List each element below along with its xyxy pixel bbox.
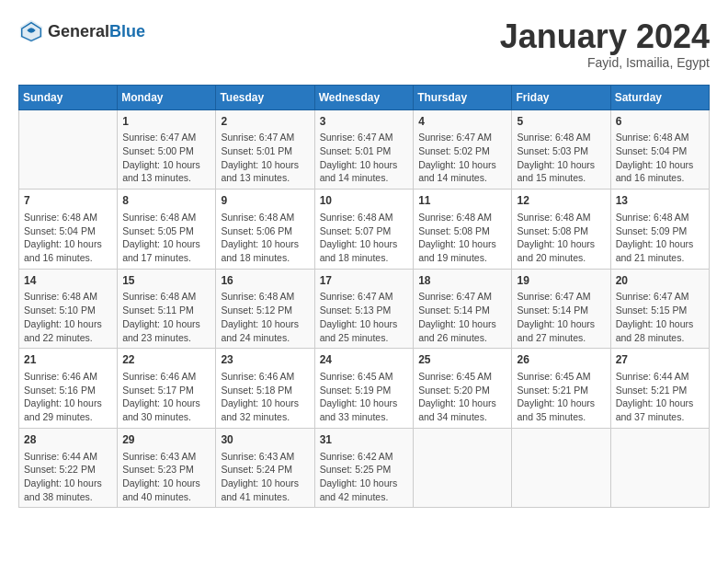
calendar-cell: 4Sunrise: 6:47 AM Sunset: 5:02 PM Daylig… (414, 109, 512, 190)
cell-content: Sunrise: 6:47 AM Sunset: 5:13 PM Dayligh… (320, 290, 409, 344)
cell-content: Sunrise: 6:42 AM Sunset: 5:25 PM Dayligh… (320, 450, 409, 504)
cell-content: Sunrise: 6:47 AM Sunset: 5:01 PM Dayligh… (320, 131, 409, 185)
calendar-cell: 14Sunrise: 6:48 AM Sunset: 5:10 PM Dayli… (19, 269, 118, 349)
cell-content: Sunrise: 6:43 AM Sunset: 5:24 PM Dayligh… (221, 450, 309, 504)
cell-content: Sunrise: 6:46 AM Sunset: 5:17 PM Dayligh… (122, 370, 210, 424)
cell-content: Sunrise: 6:48 AM Sunset: 5:08 PM Dayligh… (418, 211, 506, 265)
calendar-cell (414, 428, 512, 508)
calendar-cell (19, 109, 118, 190)
logo-blue-text: Blue (109, 22, 145, 40)
day-number: 5 (517, 114, 605, 130)
day-number: 4 (418, 114, 506, 130)
day-number: 12 (517, 193, 605, 209)
day-number: 11 (418, 193, 506, 209)
col-header-friday: Friday (512, 85, 610, 109)
day-number: 27 (616, 352, 704, 368)
calendar-cell: 13Sunrise: 6:48 AM Sunset: 5:09 PM Dayli… (610, 190, 709, 270)
col-header-tuesday: Tuesday (216, 85, 314, 109)
calendar-table: SundayMondayTuesdayWednesdayThursdayFrid… (18, 85, 710, 509)
cell-content: Sunrise: 6:48 AM Sunset: 5:03 PM Dayligh… (517, 131, 605, 185)
cell-content: Sunrise: 6:45 AM Sunset: 5:20 PM Dayligh… (418, 370, 506, 424)
day-number: 15 (122, 273, 210, 289)
day-number: 19 (517, 273, 605, 289)
cell-content: Sunrise: 6:48 AM Sunset: 5:04 PM Dayligh… (616, 131, 704, 185)
col-header-wednesday: Wednesday (314, 85, 414, 109)
calendar-cell: 6Sunrise: 6:48 AM Sunset: 5:04 PM Daylig… (610, 109, 709, 190)
day-number: 1 (122, 114, 210, 130)
calendar-cell: 2Sunrise: 6:47 AM Sunset: 5:01 PM Daylig… (216, 109, 314, 190)
cell-content: Sunrise: 6:48 AM Sunset: 5:06 PM Dayligh… (221, 211, 309, 265)
day-number: 21 (24, 352, 112, 368)
col-header-thursday: Thursday (414, 85, 512, 109)
cell-content: Sunrise: 6:47 AM Sunset: 5:14 PM Dayligh… (418, 290, 506, 344)
cell-content: Sunrise: 6:48 AM Sunset: 5:04 PM Dayligh… (24, 211, 112, 265)
day-number: 18 (418, 273, 506, 289)
cell-content: Sunrise: 6:47 AM Sunset: 5:02 PM Dayligh… (418, 131, 506, 185)
day-number: 28 (24, 432, 112, 448)
calendar-cell: 15Sunrise: 6:48 AM Sunset: 5:11 PM Dayli… (118, 269, 216, 349)
day-number: 24 (320, 352, 409, 368)
day-number: 7 (24, 193, 112, 209)
calendar-cell: 10Sunrise: 6:48 AM Sunset: 5:07 PM Dayli… (314, 190, 414, 270)
cell-content: Sunrise: 6:47 AM Sunset: 5:01 PM Dayligh… (221, 131, 309, 185)
calendar-cell: 17Sunrise: 6:47 AM Sunset: 5:13 PM Dayli… (314, 269, 414, 349)
day-number: 23 (221, 352, 309, 368)
cell-content: Sunrise: 6:43 AM Sunset: 5:23 PM Dayligh… (122, 450, 210, 504)
week-row-4: 21Sunrise: 6:46 AM Sunset: 5:16 PM Dayli… (19, 349, 710, 429)
calendar-cell: 28Sunrise: 6:44 AM Sunset: 5:22 PM Dayli… (19, 428, 118, 508)
logo-general-text: General (48, 22, 109, 40)
calendar-cell: 3Sunrise: 6:47 AM Sunset: 5:01 PM Daylig… (314, 109, 414, 190)
week-row-2: 7Sunrise: 6:48 AM Sunset: 5:04 PM Daylig… (19, 190, 710, 270)
calendar-cell: 26Sunrise: 6:45 AM Sunset: 5:21 PM Dayli… (512, 349, 610, 429)
calendar-cell: 29Sunrise: 6:43 AM Sunset: 5:23 PM Dayli… (118, 428, 216, 508)
cell-content: Sunrise: 6:48 AM Sunset: 5:07 PM Dayligh… (320, 211, 409, 265)
col-header-sunday: Sunday (19, 85, 118, 109)
cell-content: Sunrise: 6:48 AM Sunset: 5:12 PM Dayligh… (221, 290, 309, 344)
calendar-cell: 8Sunrise: 6:48 AM Sunset: 5:05 PM Daylig… (118, 190, 216, 270)
day-number: 30 (221, 432, 309, 448)
calendar-cell: 23Sunrise: 6:46 AM Sunset: 5:18 PM Dayli… (216, 349, 314, 429)
week-row-1: 1Sunrise: 6:47 AM Sunset: 5:00 PM Daylig… (19, 109, 710, 190)
day-number: 2 (221, 114, 309, 130)
calendar-cell (512, 428, 610, 508)
day-number: 8 (122, 193, 210, 209)
page-header: GeneralBlue January 2024 Fayid, Ismailia… (18, 18, 710, 70)
logo: GeneralBlue (18, 18, 145, 44)
calendar-cell: 18Sunrise: 6:47 AM Sunset: 5:14 PM Dayli… (414, 269, 512, 349)
day-number: 22 (122, 352, 210, 368)
day-number: 10 (320, 193, 409, 209)
col-header-monday: Monday (118, 85, 216, 109)
cell-content: Sunrise: 6:46 AM Sunset: 5:18 PM Dayligh… (221, 370, 309, 424)
cell-content: Sunrise: 6:48 AM Sunset: 5:05 PM Dayligh… (122, 211, 210, 265)
calendar-cell: 25Sunrise: 6:45 AM Sunset: 5:20 PM Dayli… (414, 349, 512, 429)
cell-content: Sunrise: 6:46 AM Sunset: 5:16 PM Dayligh… (24, 370, 112, 424)
cell-content: Sunrise: 6:48 AM Sunset: 5:10 PM Dayligh… (24, 290, 112, 344)
cell-content: Sunrise: 6:48 AM Sunset: 5:11 PM Dayligh… (122, 290, 210, 344)
location-text: Fayid, Ismailia, Egypt (500, 55, 710, 70)
calendar-cell: 31Sunrise: 6:42 AM Sunset: 5:25 PM Dayli… (314, 428, 414, 508)
cell-content: Sunrise: 6:44 AM Sunset: 5:21 PM Dayligh… (616, 370, 704, 424)
calendar-cell: 30Sunrise: 6:43 AM Sunset: 5:24 PM Dayli… (216, 428, 314, 508)
logo-icon (18, 18, 44, 44)
day-number: 25 (418, 352, 506, 368)
calendar-cell: 11Sunrise: 6:48 AM Sunset: 5:08 PM Dayli… (414, 190, 512, 270)
day-number: 6 (616, 114, 704, 130)
day-number: 9 (221, 193, 309, 209)
calendar-cell: 21Sunrise: 6:46 AM Sunset: 5:16 PM Dayli… (19, 349, 118, 429)
day-number: 20 (616, 273, 704, 289)
calendar-cell: 1Sunrise: 6:47 AM Sunset: 5:00 PM Daylig… (118, 109, 216, 190)
col-header-saturday: Saturday (610, 85, 709, 109)
day-number: 29 (122, 432, 210, 448)
cell-content: Sunrise: 6:44 AM Sunset: 5:22 PM Dayligh… (24, 450, 112, 504)
month-title: January 2024 (500, 18, 710, 55)
week-row-3: 14Sunrise: 6:48 AM Sunset: 5:10 PM Dayli… (19, 269, 710, 349)
cell-content: Sunrise: 6:48 AM Sunset: 5:08 PM Dayligh… (517, 211, 605, 265)
cell-content: Sunrise: 6:45 AM Sunset: 5:21 PM Dayligh… (517, 370, 605, 424)
day-number: 26 (517, 352, 605, 368)
title-block: January 2024 Fayid, Ismailia, Egypt (500, 18, 710, 70)
day-number: 16 (221, 273, 309, 289)
calendar-cell: 22Sunrise: 6:46 AM Sunset: 5:17 PM Dayli… (118, 349, 216, 429)
calendar-cell: 7Sunrise: 6:48 AM Sunset: 5:04 PM Daylig… (19, 190, 118, 270)
day-number: 14 (24, 273, 112, 289)
day-number: 17 (320, 273, 409, 289)
